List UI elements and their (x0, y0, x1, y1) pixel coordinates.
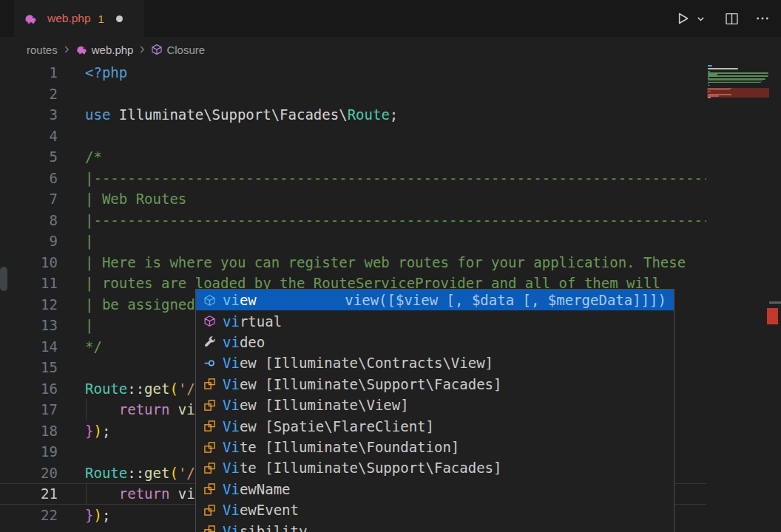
line-number[interactable]: 14 (0, 338, 58, 355)
line-number[interactable]: 19 (0, 443, 58, 460)
suggest-label: view (223, 292, 257, 308)
line-number[interactable]: 21 (0, 485, 58, 502)
code-text: */ (85, 338, 102, 355)
minimap-line (708, 82, 761, 83)
more-actions-button[interactable] (753, 9, 772, 28)
code-text: return vi (85, 485, 195, 502)
left-scrollbar-thumb[interactable] (0, 267, 7, 291)
line-number[interactable]: 3 (0, 106, 58, 123)
line-number[interactable]: 6 (0, 170, 58, 186)
suggest-item[interactable]: virtual (196, 310, 674, 331)
code-line[interactable]: 3use Illuminate\Support\Facades\Route; (0, 104, 706, 126)
chevron-right-icon (61, 44, 72, 55)
suggest-item[interactable]: video (196, 332, 674, 352)
tab-problem-badge: 1 (98, 13, 104, 25)
error-marker (767, 308, 778, 324)
line-number[interactable]: 16 (0, 381, 58, 397)
editor-pane[interactable]: 1<?php23use Illuminate\Support\Facades\R… (0, 62, 781, 532)
suggest-label: video (223, 334, 265, 350)
line-number[interactable]: 7 (0, 191, 58, 207)
tab-web-php[interactable]: web.php 1 (14, 0, 144, 37)
minimap-line (708, 75, 768, 77)
minimap-line (708, 83, 709, 85)
suggest-widget: viewview([$view [, $data [, $mergeData]]… (195, 289, 674, 532)
split-editor-button[interactable] (723, 10, 741, 28)
line-number[interactable]: 5 (0, 149, 58, 165)
line-number[interactable]: 12 (0, 296, 58, 313)
suggest-item[interactable]: Visibility (196, 520, 674, 532)
suggest-label: Vite [Illuminate\Foundation] (223, 439, 459, 455)
suggest-label: View [Illuminate\Contracts\View] (223, 355, 493, 371)
suggest-label: Vite [Illuminate\Support\Facades] (223, 460, 502, 476)
code-line[interactable]: 1<?php (0, 62, 706, 83)
suggest-label: View [Spatie\FlareClient] (223, 418, 434, 434)
line-number[interactable]: 13 (0, 317, 58, 333)
vscode-window: web.php 1 routes we (0, 0, 781, 532)
breadcrumb-item-web-php[interactable]: web.php (92, 44, 134, 56)
code-line[interactable]: 5/* (0, 146, 706, 168)
code-text: | Here is where you can register web rou… (85, 254, 686, 270)
minimap-line (708, 68, 738, 69)
php-elephant-icon (75, 44, 88, 56)
line-number[interactable]: 9 (0, 233, 58, 249)
suggest-item[interactable]: ViewEvent (196, 499, 674, 520)
line-number[interactable]: 4 (0, 128, 58, 144)
class-icon (200, 378, 218, 390)
minimap-line (708, 78, 765, 80)
suggest-item[interactable]: View [Spatie\FlareClient] (196, 415, 674, 436)
class-icon (200, 504, 218, 516)
indent-guide (86, 483, 87, 505)
line-number[interactable]: 11 (0, 275, 58, 291)
line-number[interactable]: 17 (0, 401, 58, 417)
suggest-item[interactable]: Vite [Illuminate\Foundation] (196, 437, 674, 457)
scrollbar-thumb[interactable] (769, 301, 781, 304)
tab-bar: web.php 1 (0, 0, 781, 37)
code-line[interactable]: 9| (0, 231, 706, 252)
dirty-indicator[interactable] (116, 16, 123, 22)
code-line[interactable]: 7| Web Routes (0, 188, 706, 210)
suggest-item[interactable]: viewview([$view [, $data [, $mergeData]]… (196, 290, 674, 310)
run-dropdown-icon[interactable] (694, 12, 708, 26)
class-icon (200, 462, 218, 474)
suggest-label: View [Illuminate\Support\Facades] (223, 376, 502, 392)
line-number[interactable]: 10 (0, 254, 58, 270)
code-line[interactable]: 4 (0, 126, 706, 147)
breadcrumb-item-closure[interactable]: Closure (166, 44, 205, 56)
class-icon (200, 441, 218, 454)
line-number[interactable]: 15 (0, 359, 58, 375)
code-line[interactable]: 6|--------------------------------------… (0, 168, 706, 189)
line-number[interactable]: 8 (0, 212, 58, 228)
line-number[interactable]: 2 (0, 86, 58, 102)
editor-actions (673, 0, 772, 37)
suggest-item[interactable]: View [Illuminate\View] (196, 395, 674, 415)
line-number[interactable]: 20 (0, 465, 58, 481)
suggest-item[interactable]: ViewName (196, 479, 674, 499)
run-button[interactable] (673, 9, 692, 28)
suggest-item[interactable]: View [Illuminate\Contracts\View] (196, 352, 674, 373)
suggest-detail: view([$view [, $data [, $mergeData]]]) (345, 292, 666, 308)
line-number[interactable]: 22 (0, 507, 58, 523)
breadcrumb-item-routes[interactable]: routes (27, 44, 58, 56)
cube-magenta-icon (200, 315, 218, 327)
code-line[interactable]: 8|--------------------------------------… (0, 210, 706, 231)
suggest-item[interactable]: Vite [Illuminate\Support\Facades] (196, 457, 674, 478)
tab-label: web.php (47, 12, 91, 25)
class-icon (200, 525, 218, 532)
code-text: |---------------------------------------… (85, 170, 706, 186)
minimap[interactable] (707, 65, 769, 117)
code-line[interactable]: 10| Here is where you can register web r… (0, 252, 706, 273)
line-number[interactable]: 1 (0, 64, 58, 81)
indent-guide (86, 399, 87, 420)
suggest-label: View [Illuminate\View] (223, 397, 409, 413)
code-text: /* (85, 149, 102, 165)
wrench-icon (200, 336, 218, 349)
suggest-item[interactable]: View [Illuminate\Support\Facades] (196, 374, 674, 395)
cube-blue-icon (200, 294, 218, 307)
code-text: }); (85, 507, 110, 523)
code-text: }); (85, 423, 110, 439)
line-number[interactable]: 18 (0, 423, 58, 439)
minimap-line (708, 65, 712, 66)
class-icon (200, 420, 218, 432)
code-line[interactable]: 2 (0, 83, 706, 105)
minimap-error-band (707, 88, 769, 98)
